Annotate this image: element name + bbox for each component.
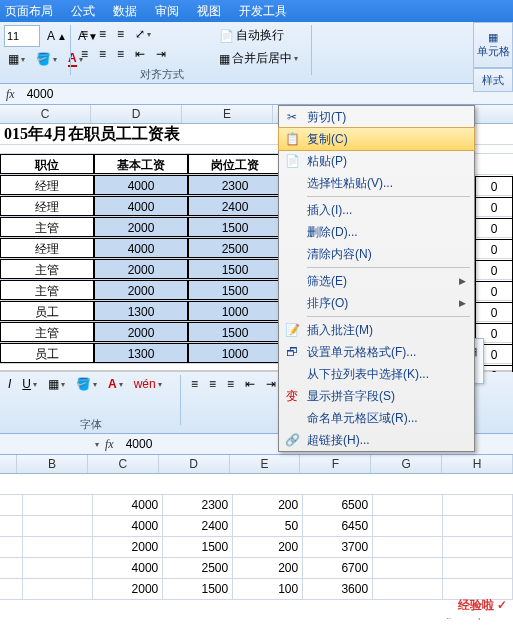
worksheet: C D E 015年4月在职员工工资表 职位 基本工资 岗位工资 应 经理 40… — [0, 105, 513, 364]
tab-view[interactable]: 视图 — [197, 3, 221, 20]
fx-label: fx — [0, 87, 21, 102]
al-c[interactable]: ≡ — [205, 375, 220, 393]
paste-icon: 📄 — [284, 153, 300, 169]
col-F[interactable]: F — [300, 455, 371, 473]
ctx-delete[interactable]: 删除(D)... — [279, 221, 474, 243]
ind-l[interactable]: ⇤ — [241, 375, 259, 393]
hdr-post: 岗位工资 — [188, 154, 282, 174]
col-E[interactable]: E — [230, 455, 301, 473]
copy-icon: 📋 — [284, 131, 300, 147]
watermark: 经验啦 ✓ — [458, 597, 507, 614]
ctx-cut[interactable]: ✂剪切(T) — [279, 106, 474, 128]
zero-cell[interactable]: 0 — [475, 302, 513, 324]
font-label2: 字体 — [80, 417, 102, 432]
phonetic-icon: 变 — [284, 388, 300, 404]
ribbon: A▲ A▼ ▦▾ 🪣▾ A▾ ≡ ≡ ≡ ⤢▾ ≡ ≡ ≡ ⇤ ⇥ 📄 自动换行… — [0, 22, 513, 84]
zero-cell[interactable]: 0 — [475, 260, 513, 282]
ctx-phonetic[interactable]: 变显示拼音字段(S) — [279, 385, 474, 407]
align-left-icon[interactable]: ≡ — [77, 45, 92, 63]
ribbon-right: ▦单元格 样式 — [473, 22, 513, 92]
ctx-comment[interactable]: 📝插入批注(M) — [279, 319, 474, 341]
zero-cell[interactable]: 0 — [475, 281, 513, 303]
ctx-copy[interactable]: 📋复制(C) — [278, 127, 475, 151]
align-bot-icon[interactable]: ≡ — [113, 25, 128, 43]
link-icon: 🔗 — [284, 432, 300, 448]
indent-inc-icon[interactable]: ⇥ — [152, 45, 170, 63]
indent-dec-icon[interactable]: ⇤ — [131, 45, 149, 63]
fontsize-input[interactable] — [4, 25, 40, 47]
col-B[interactable]: B — [17, 455, 88, 473]
col-C[interactable]: C — [88, 455, 159, 473]
border2-button[interactable]: ▦▾ — [44, 375, 69, 393]
col-D[interactable]: D — [159, 455, 230, 473]
fx2: fx — [99, 437, 120, 452]
underline-button[interactable]: U▾ — [18, 375, 41, 393]
zero-cell[interactable]: 0 — [475, 176, 513, 198]
italic-button[interactable]: I — [4, 375, 15, 393]
tab-formula[interactable]: 公式 — [71, 3, 95, 20]
ctx-hyperlink[interactable]: 🔗超链接(H)... — [279, 429, 474, 451]
align-top-icon[interactable]: ≡ — [77, 25, 92, 43]
tab-review[interactable]: 审阅 — [155, 3, 179, 20]
phonetic2-button[interactable]: wén▾ — [130, 375, 166, 393]
ctx-paste-special[interactable]: 选择性粘贴(V)... — [279, 172, 474, 194]
ctx-format[interactable]: 🗗设置单元格格式(F)... — [279, 341, 474, 363]
ctx-sort[interactable]: 排序(O)▶ — [279, 292, 474, 314]
data-row[interactable]: 400025002006700 — [0, 558, 513, 579]
formula-bar: fx 4000 — [0, 84, 513, 105]
style-button[interactable]: 样式 — [473, 68, 513, 92]
zero-cell[interactable]: 0 — [475, 239, 513, 261]
align-center-icon[interactable]: ≡ — [95, 45, 110, 63]
ctx-paste[interactable]: 📄粘贴(P) — [279, 150, 474, 172]
border-button[interactable]: ▦▾ — [4, 50, 29, 68]
formula2[interactable]: 4000 — [120, 437, 153, 451]
wrap-text-button[interactable]: 📄 自动换行 — [215, 25, 288, 46]
align-right-icon[interactable]: ≡ — [113, 45, 128, 63]
merge-center-button[interactable]: ▦ 合并后居中▾ — [215, 48, 302, 69]
col-d[interactable]: D — [91, 105, 182, 123]
format-icon: 🗗 — [284, 344, 300, 360]
col-e[interactable]: E — [182, 105, 273, 123]
ctx-insert[interactable]: 插入(I)... — [279, 199, 474, 221]
scissors-icon: ✂ — [284, 109, 300, 125]
col-c[interactable]: C — [0, 105, 91, 123]
ctx-clear[interactable]: 清除内容(N) — [279, 243, 474, 265]
al-l[interactable]: ≡ — [187, 375, 202, 393]
tab-dev[interactable]: 开发工具 — [239, 3, 287, 20]
fill-color-button[interactable]: 🪣▾ — [32, 50, 61, 68]
align-mid-icon[interactable]: ≡ — [95, 25, 110, 43]
comment-icon: 📝 — [284, 322, 300, 338]
sheet-title: 015年4月在职员工工资表 — [0, 124, 284, 144]
hdr-position: 职位 — [0, 154, 94, 174]
zero-cell[interactable]: 0 — [475, 218, 513, 240]
formula-value[interactable]: 4000 — [21, 87, 54, 101]
hdr-base: 基本工资 — [94, 154, 188, 174]
data-row[interactable]: 200015001003600 — [0, 579, 513, 600]
grow-font-button[interactable]: A▲ — [43, 27, 71, 45]
ctx-filter[interactable]: 筛选(E)▶ — [279, 270, 474, 292]
context-menu: ✂剪切(T) 📋复制(C) 📄粘贴(P) 选择性粘贴(V)... 插入(I)..… — [278, 105, 475, 452]
ctx-name[interactable]: 命名单元格区域(R)... — [279, 407, 474, 429]
orientation-button[interactable]: ⤢▾ — [131, 25, 155, 43]
col-G[interactable]: G — [371, 455, 442, 473]
data-row[interactable]: 40002400506450 — [0, 516, 513, 537]
col-H[interactable]: H — [442, 455, 513, 473]
data-row[interactable]: 400023002006500 — [0, 495, 513, 516]
align-group-label: 对齐方式 — [140, 67, 184, 82]
ctx-pick[interactable]: 从下拉列表中选择(K)... — [279, 363, 474, 385]
cell-format-button[interactable]: ▦单元格 — [473, 22, 513, 68]
watermark-url: jingyanla.com — [446, 617, 507, 620]
fill2-button[interactable]: 🪣▾ — [72, 375, 101, 393]
data-row[interactable]: 200015002003700 — [0, 537, 513, 558]
tab-layout[interactable]: 页面布局 — [5, 3, 53, 20]
al-r[interactable]: ≡ — [223, 375, 238, 393]
tab-data[interactable]: 数据 — [113, 3, 137, 20]
zero-cell[interactable]: 0 — [475, 197, 513, 219]
color2-button[interactable]: A▾ — [104, 375, 127, 393]
ribbon-tabs: 页面布局 公式 数据 审阅 视图 开发工具 — [0, 0, 513, 22]
